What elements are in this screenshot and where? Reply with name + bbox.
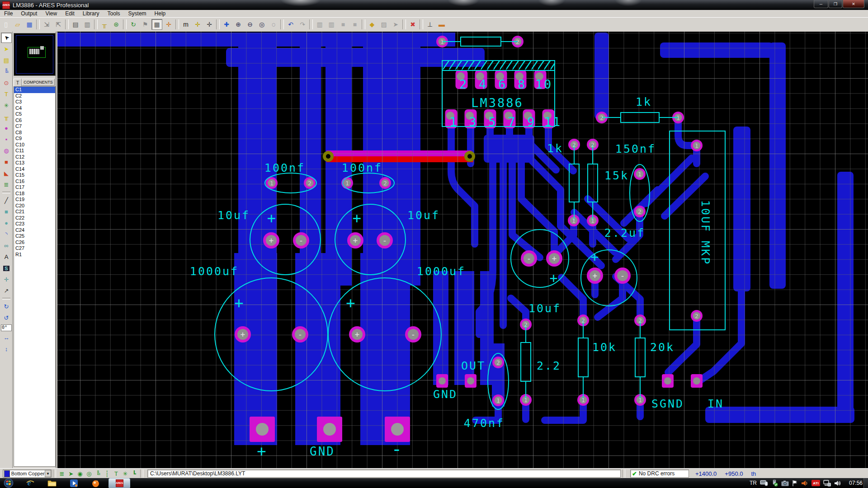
zoom-region-icon[interactable]: ◎ [256, 19, 267, 30]
pcb-label[interactable]: 10k [592, 341, 617, 354]
selection-filter-x-icon[interactable]: ✖ [407, 19, 418, 30]
ratsnest-icon[interactable]: ✳ [121, 469, 130, 478]
pcb-label[interactable]: 3 [469, 115, 477, 129]
component-list-item-c4[interactable]: C4 [14, 105, 55, 112]
component-list-item-c14[interactable]: C14 [14, 166, 55, 173]
smt-poly-pad-mode-icon[interactable]: ◣ [1, 168, 12, 178]
component-list-item-c23[interactable]: C23 [14, 221, 55, 227]
false-origin-icon[interactable]: ✛ [163, 19, 174, 30]
volume-horn-tray-icon[interactable] [801, 480, 808, 487]
component-list-item-c15[interactable]: C15 [14, 172, 55, 178]
trace-angle-icon[interactable]: ╚ [94, 469, 103, 478]
network-tray-icon[interactable] [823, 480, 831, 487]
auto-track-necking-icon[interactable]: ┆ [103, 469, 112, 478]
ruler-icon[interactable]: ▬ [436, 19, 447, 30]
connector-pad[interactable] [385, 417, 410, 442]
component-list-item-c20[interactable]: C20 [14, 203, 55, 209]
component-list-item-c8[interactable]: C8 [14, 130, 55, 136]
menu-file[interactable]: File [0, 10, 17, 17]
toggle-list-button[interactable]: T [14, 79, 22, 87]
pcb-label[interactable]: 100nf [264, 161, 305, 174]
pcb-label[interactable]: + [590, 249, 600, 265]
pcb-label[interactable]: IN [708, 397, 724, 410]
block-copy-icon[interactable]: ▥ [314, 19, 325, 30]
layer-stack-icon[interactable]: ≣ [1, 179, 12, 190]
connector-pad[interactable] [317, 417, 342, 442]
arc-mode-icon[interactable]: ◝ [1, 229, 12, 239]
export-region-icon[interactable]: ⇱ [53, 19, 64, 30]
component-list-item-c13[interactable]: C13 [14, 160, 55, 166]
pcb-label[interactable]: 10uf [407, 209, 440, 222]
pcb-label[interactable]: 1000uf [417, 265, 466, 278]
explorer-folder-icon[interactable] [46, 479, 58, 488]
minimize-button[interactable]: ─ [814, 0, 828, 8]
pick-pin-icon[interactable]: ⊥ [425, 19, 435, 30]
connectivity-rules-icon[interactable]: ⊛ [111, 19, 122, 30]
pcb-label[interactable]: + [346, 294, 356, 312]
component-list-item-c22[interactable]: C22 [14, 215, 55, 221]
flip-vertical-icon[interactable]: ↕ [1, 344, 12, 354]
pcb-label[interactable]: + [267, 210, 277, 227]
maximize-button[interactable]: ❐ [829, 0, 842, 8]
component-list-item-c5[interactable]: C5 [14, 111, 55, 117]
pcb-label[interactable]: 10uf [217, 209, 250, 222]
origin-icon[interactable]: ✛ [192, 19, 203, 30]
menu-view[interactable]: View [41, 10, 61, 17]
pcb-label[interactable]: 1k [547, 142, 563, 155]
component-list-item-r1[interactable]: R1 [14, 252, 55, 258]
close-button[interactable]: ✕ [843, 0, 864, 8]
new-file-icon[interactable]: ▯ [0, 19, 11, 30]
component-list-item-c9[interactable]: C9 [14, 136, 55, 142]
circle-mode-icon[interactable]: ● [1, 218, 12, 228]
import-region-icon[interactable]: ⇲ [41, 19, 52, 30]
ring-style-icon[interactable]: ◎ [85, 469, 94, 478]
pcb-label[interactable]: 9 [527, 115, 536, 129]
pcb-label[interactable]: 7 [508, 115, 516, 129]
pcb-label[interactable]: 100nf [342, 161, 382, 174]
pin-mode-icon[interactable]: ╥ [1, 112, 12, 122]
grid-toggle-icon[interactable]: ▦ [151, 19, 162, 30]
pcb-label[interactable]: GND [310, 445, 335, 458]
pad-t-mode-icon[interactable]: T [1, 89, 12, 99]
make-package-icon[interactable]: ▨ [378, 19, 389, 30]
marker-mode-icon[interactable]: ✛ [1, 274, 12, 285]
undo-icon[interactable]: ↶ [285, 19, 296, 30]
pcb-editing-canvas[interactable]: LM388624681013579111k1k15k150nf100nf100n… [57, 32, 868, 468]
pcb-label[interactable]: + [257, 442, 267, 460]
text-mode-icon[interactable]: A [1, 252, 12, 262]
symbol-mode-icon[interactable]: S [1, 263, 12, 273]
ares-taskbar-button[interactable]: ARES [108, 478, 130, 488]
menu-library[interactable]: Library [79, 10, 104, 17]
text-style-icon[interactable]: T [112, 469, 121, 478]
pcb-label[interactable]: 2.2uf [604, 226, 645, 239]
pcb-label[interactable]: 10UF MKP [699, 200, 712, 265]
via-mode-icon[interactable]: ⊙ [1, 78, 12, 88]
language-indicator[interactable]: TR [750, 480, 757, 486]
rotate-anticlockwise-icon[interactable]: ↺ [1, 313, 12, 323]
pad-square[interactable] [691, 374, 703, 388]
print-icon[interactable]: ▤ [70, 19, 81, 30]
connector-pad[interactable] [250, 417, 275, 442]
title-bar[interactable]: ARES LM3886 - ARES Professional ─ ❐ ✕ [0, 0, 868, 10]
media-player-icon[interactable] [68, 479, 80, 488]
pcb-label[interactable]: 470nf [464, 417, 505, 430]
save-icon[interactable]: ▦ [24, 19, 35, 30]
component-list-item-c16[interactable]: C16 [14, 178, 55, 185]
pcb-label[interactable]: 10uf [528, 302, 561, 315]
redo-icon[interactable]: ↷ [297, 19, 308, 30]
x-cursor-icon[interactable]: ✛ [204, 19, 215, 30]
print-area-icon[interactable]: ▥ [82, 19, 93, 30]
redraw-icon[interactable]: ↻ [128, 19, 139, 30]
pad-square[interactable] [465, 374, 476, 388]
round-pad-mode-icon[interactable]: ● [1, 123, 12, 133]
pcb-label[interactable]: GND [433, 388, 458, 401]
menu-output[interactable]: Output [17, 10, 41, 17]
pcb-label[interactable]: 11 [544, 115, 562, 129]
pcb-label[interactable]: 20k [650, 341, 675, 354]
drc-status[interactable]: ✔ No DRC errors [630, 469, 689, 478]
metric-toggle-icon[interactable]: m [180, 19, 191, 30]
pad-square[interactable] [662, 374, 674, 388]
pad-style-icon[interactable]: ◉ [75, 469, 85, 478]
auto-trace-style-icon[interactable]: ➤ [66, 469, 75, 478]
component-list-item-c19[interactable]: C19 [14, 197, 55, 203]
